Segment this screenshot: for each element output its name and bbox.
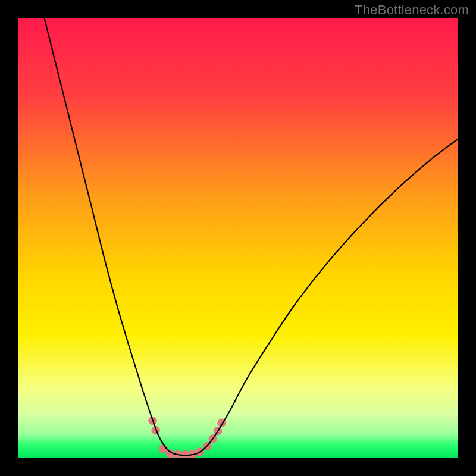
chart-plot-area [18,18,458,458]
watermark-label: TheBottleneck.com [355,2,469,18]
chart-background [18,18,458,458]
app-frame: TheBottleneck.com [0,0,476,476]
chart-marker [181,450,189,458]
chart-svg [18,18,458,458]
